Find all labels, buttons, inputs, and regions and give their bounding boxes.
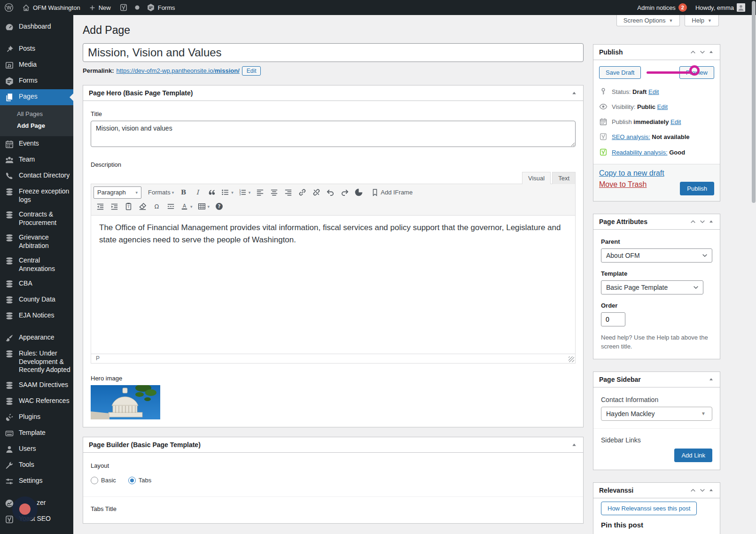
editor-resize-handle[interactable] <box>569 356 574 362</box>
toggle-panel-icon[interactable] <box>708 487 714 493</box>
contact-information-select[interactable]: Hayden Mackley ▼ <box>601 407 712 421</box>
page-sidebar-header[interactable]: Page Sidebar <box>593 372 720 387</box>
layout-radio-tabs[interactable]: Tabs <box>128 477 151 484</box>
page-attributes-header[interactable]: Page Attributes <box>593 214 720 230</box>
sidebar-item-grievance-arbitration[interactable]: Grievance Arbitration <box>0 230 73 253</box>
sidebar-item-cba[interactable]: CBA <box>0 276 73 292</box>
toggle-panel-icon[interactable] <box>571 90 577 96</box>
tab-text[interactable]: Text <box>552 172 576 184</box>
site-name-menu[interactable]: OFM Washington <box>18 0 85 15</box>
page-builder-header[interactable]: Page Builder (Basic Page Template) <box>83 437 583 453</box>
editor-clear-formatting-button[interactable] <box>136 201 149 213</box>
editor-align-left-button[interactable] <box>253 186 266 199</box>
editor-bold-button[interactable]: B <box>177 186 190 199</box>
edit-link[interactable]: Edit <box>657 103 668 110</box>
save-draft-button[interactable]: Save Draft <box>599 66 641 79</box>
sidebar-item-contracts-procurement[interactable]: Contracts & Procurement <box>0 207 73 230</box>
sidebar-item-pages[interactable]: Pages <box>0 89 73 105</box>
help-tab[interactable]: Help▼ <box>685 15 719 26</box>
post-title-input[interactable] <box>83 43 584 62</box>
screen-options-tab[interactable]: Screen Options▼ <box>616 15 680 26</box>
gravity-forms-menu[interactable]: Forms <box>142 0 179 15</box>
editor-table-button[interactable]: ▾ <box>195 201 212 213</box>
hero-image-thumbnail[interactable] <box>91 385 160 419</box>
readability-analysis-link[interactable]: Readability analysis: <box>612 149 668 156</box>
editor-align-center-button[interactable] <box>267 186 281 199</box>
layout-radio-basic[interactable]: Basic <box>91 477 116 484</box>
editor-indent-button[interactable] <box>108 201 121 213</box>
toggle-panel-icon[interactable] <box>571 441 577 448</box>
sidebar-item-eja-notices[interactable]: EJA Notices <box>0 308 73 324</box>
sidebar-item-template[interactable]: Template <box>0 426 73 441</box>
tab-visual[interactable]: Visual <box>522 172 551 184</box>
seo-analysis-link[interactable]: SEO analysis: <box>612 133 650 140</box>
submenu-item-all-pages[interactable]: All Pages <box>0 108 73 120</box>
formats-menu-button[interactable]: Formats▾ <box>146 186 176 199</box>
sidebar-item-county-data[interactable]: County Data <box>0 292 73 308</box>
editor-numbered-list-button[interactable]: 123▾ <box>236 186 253 199</box>
editor-text-color-button[interactable]: A▾ <box>178 201 195 213</box>
editor-link-button[interactable] <box>296 186 309 199</box>
sidebar-item-posts[interactable]: Posts <box>0 41 73 57</box>
sidebar-item-events[interactable]: Events <box>0 136 73 152</box>
my-account-menu[interactable]: Howdy, emma <box>691 0 749 15</box>
yoast-adminbar-menu[interactable] <box>115 0 132 15</box>
how-relevanssi-sees-button[interactable]: How Relevanssi sees this post <box>601 502 697 515</box>
editor-read-more-button[interactable] <box>164 201 177 213</box>
editor-unlink-button[interactable] <box>310 186 323 199</box>
sidebar-item-settings[interactable]: Settings <box>0 473 73 489</box>
editor-paste-text-button[interactable]: T <box>122 201 135 213</box>
sidebar-item-appearance[interactable]: Appearance <box>0 330 73 346</box>
sidebar-item-plugins[interactable]: Plugins <box>0 410 73 426</box>
editor-bullet-list-button[interactable]: ▾ <box>219 186 235 199</box>
sidebar-item-contact-directory[interactable]: Contact Directory <box>0 168 73 184</box>
move-up-icon[interactable] <box>689 218 697 225</box>
sidebar-item-dashboard[interactable]: Dashboard <box>0 19 73 35</box>
toggle-panel-icon[interactable] <box>708 218 714 224</box>
page-hero-header[interactable]: Page Hero (Basic Page Template) <box>83 85 583 101</box>
editor-italic-button[interactable]: I <box>191 186 204 199</box>
editor-special-character-button[interactable]: Ω <box>150 201 163 213</box>
page-scrollbar[interactable] <box>752 1 756 203</box>
sidebar-item-central-annexations[interactable]: Central Annexations <box>0 253 73 276</box>
sidebar-item-forms[interactable]: Forms <box>0 73 73 89</box>
sidebar-item-team[interactable]: Team <box>0 152 73 168</box>
relevanssi-header[interactable]: Relevanssi <box>593 483 720 498</box>
edit-permalink-button[interactable]: Edit <box>242 66 261 76</box>
paragraph-format-select[interactable]: Paragraph▾ <box>94 186 141 199</box>
editor-redo-button[interactable] <box>338 186 351 199</box>
editor-align-right-button[interactable] <box>281 186 295 199</box>
admin-notices-menu[interactable]: Admin notices 2 <box>633 0 691 15</box>
sidebar-item-tools[interactable]: Tools <box>0 457 73 473</box>
hero-title-textarea[interactable]: Mission, vision and values <box>91 121 576 147</box>
edit-link[interactable]: Edit <box>648 88 659 95</box>
editor-content[interactable]: The Office of Financial Management provi… <box>91 216 575 354</box>
notification-dot-menu[interactable] <box>132 0 142 15</box>
editor-blockquote-button[interactable] <box>205 186 218 199</box>
submenu-item-add-page[interactable]: Add Page <box>0 120 73 132</box>
editor-outdent-button[interactable] <box>94 201 107 213</box>
permalink-url[interactable]: https://dev-ofm2-wp.pantheonsite.io/miss… <box>116 67 239 74</box>
move-down-icon[interactable] <box>699 487 706 494</box>
new-content-menu[interactable]: New <box>85 0 115 15</box>
edit-link[interactable]: Edit <box>670 118 681 125</box>
move-to-trash-link[interactable]: Move to Trash <box>599 180 647 188</box>
order-input[interactable] <box>601 312 625 326</box>
move-up-icon[interactable] <box>689 487 697 494</box>
sidebar-item-freeze-exception-logs[interactable]: Freeze exception logs <box>0 184 73 207</box>
sidebar-item-users[interactable]: Users <box>0 441 73 457</box>
add-iframe-button[interactable]: Add IFrame <box>369 186 414 199</box>
move-up-icon[interactable] <box>689 48 697 56</box>
sidebar-item-saam-directives[interactable]: SAAM Directives <box>0 378 73 394</box>
publish-header[interactable]: Publish <box>593 45 720 60</box>
move-down-icon[interactable] <box>699 218 706 225</box>
editor-pie-chart-button[interactable] <box>352 186 365 199</box>
sidebar-item-wac-references[interactable]: WAC References <box>0 394 73 410</box>
editor-help-button[interactable]: ? <box>212 201 226 213</box>
parent-select[interactable]: About OFM <box>601 248 712 263</box>
sidebar-item-media[interactable]: Media <box>0 57 73 73</box>
toggle-panel-icon[interactable] <box>708 49 714 55</box>
copy-to-new-draft-link[interactable]: Copy to a new draft <box>599 169 664 177</box>
toggle-panel-icon[interactable] <box>708 376 714 382</box>
move-down-icon[interactable] <box>699 48 706 56</box>
